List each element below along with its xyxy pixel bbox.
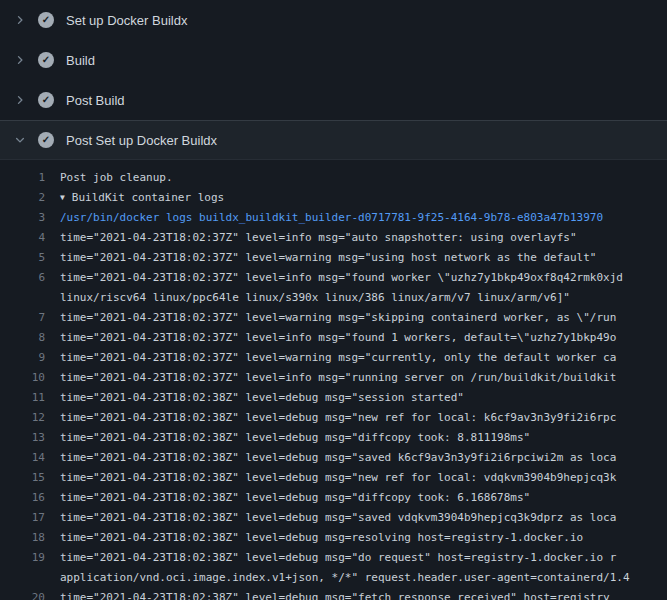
log-text: time="2021-04-23T18:02:37Z" level=warnin… xyxy=(45,308,667,328)
chevron-right-icon xyxy=(12,12,28,28)
line-number[interactable]: 13 xyxy=(0,428,45,448)
log-command-text: /usr/bin/docker logs buildx_buildkit_bui… xyxy=(45,208,667,228)
step-label: Post Build xyxy=(66,93,125,108)
step-header-build[interactable]: ✓Build xyxy=(0,40,667,80)
step-header-post-set-up-docker-buildx[interactable]: ✓Post Set up Docker Buildx xyxy=(0,120,667,160)
log-line-continuation: linux/riscv64 linux/ppc64le linux/s390x … xyxy=(0,288,667,308)
log-text: application/vnd.oci.image.index.v1+json,… xyxy=(45,568,667,588)
log-line: 13time="2021-04-23T18:02:38Z" level=debu… xyxy=(0,428,667,448)
chevron-right-icon xyxy=(12,92,28,108)
step-header-set-up-docker-buildx[interactable]: ✓Set up Docker Buildx xyxy=(0,0,667,40)
log-line: 11time="2021-04-23T18:02:38Z" level=debu… xyxy=(0,388,667,408)
check-circle-icon: ✓ xyxy=(38,12,54,28)
log-line: 4time="2021-04-23T18:02:37Z" level=info … xyxy=(0,228,667,248)
check-circle-icon: ✓ xyxy=(38,52,54,68)
log-text: time="2021-04-23T18:02:38Z" level=debug … xyxy=(45,488,667,508)
log-line-continuation: application/vnd.oci.image.index.v1+json,… xyxy=(0,568,667,588)
line-number[interactable]: 17 xyxy=(0,508,45,528)
log-line: 17time="2021-04-23T18:02:38Z" level=debu… xyxy=(0,508,667,528)
log-line: 7time="2021-04-23T18:02:37Z" level=warni… xyxy=(0,308,667,328)
log-line: 10time="2021-04-23T18:02:37Z" level=info… xyxy=(0,368,667,388)
log-text: time="2021-04-23T18:02:38Z" level=debug … xyxy=(45,408,667,428)
line-number[interactable]: 8 xyxy=(0,328,45,348)
step-label: Build xyxy=(66,53,95,68)
log-line[interactable]: 2▼BuildKit container logs xyxy=(0,188,667,208)
check-circle-icon: ✓ xyxy=(38,92,54,108)
log-text: time="2021-04-23T18:02:38Z" level=debug … xyxy=(45,428,667,448)
log-text: time="2021-04-23T18:02:37Z" level=info m… xyxy=(45,368,667,388)
log-line: 9time="2021-04-23T18:02:37Z" level=warni… xyxy=(0,348,667,368)
log-text: time="2021-04-23T18:02:38Z" level=debug … xyxy=(45,508,667,528)
log-text: time="2021-04-23T18:02:37Z" level=info m… xyxy=(45,328,667,348)
step-label: Post Set up Docker Buildx xyxy=(66,133,217,148)
step-list: ✓Set up Docker Buildx✓Build✓Post Build✓P… xyxy=(0,0,667,160)
log-group-label: BuildKit container logs xyxy=(72,191,224,204)
log-line: 12time="2021-04-23T18:02:38Z" level=debu… xyxy=(0,408,667,428)
log-text: time="2021-04-23T18:02:38Z" level=debug … xyxy=(45,448,667,468)
log-text: time="2021-04-23T18:02:38Z" level=debug … xyxy=(45,468,667,488)
line-number[interactable]: 11 xyxy=(0,388,45,408)
log-text: time="2021-04-23T18:02:38Z" level=debug … xyxy=(45,548,667,568)
line-number[interactable]: 12 xyxy=(0,408,45,428)
line-number[interactable]: 16 xyxy=(0,488,45,508)
line-number[interactable]: 15 xyxy=(0,468,45,488)
log-text: time="2021-04-23T18:02:37Z" level=info m… xyxy=(45,268,667,288)
line-number[interactable]: 4 xyxy=(0,228,45,248)
log-line: 8time="2021-04-23T18:02:37Z" level=info … xyxy=(0,328,667,348)
line-number[interactable]: 9 xyxy=(0,348,45,368)
line-number xyxy=(0,568,45,588)
check-circle-icon: ✓ xyxy=(38,132,54,148)
chevron-down-icon xyxy=(12,132,28,148)
log-line: 18time="2021-04-23T18:02:38Z" level=debu… xyxy=(0,528,667,548)
log-text: time="2021-04-23T18:02:37Z" level=info m… xyxy=(45,228,667,248)
log-group-title: ▼BuildKit container logs xyxy=(45,188,667,208)
log-text: linux/riscv64 linux/ppc64le linux/s390x … xyxy=(45,288,667,308)
line-number[interactable]: 14 xyxy=(0,448,45,468)
log-text: Post job cleanup. xyxy=(45,168,667,188)
chevron-right-icon xyxy=(12,52,28,68)
line-number[interactable]: 19 xyxy=(0,548,45,568)
log-line: 20time="2021-04-23T18:02:38Z" level=debu… xyxy=(0,588,667,600)
step-label: Set up Docker Buildx xyxy=(66,13,187,28)
log-text: time="2021-04-23T18:02:38Z" level=debug … xyxy=(45,588,667,600)
line-number[interactable]: 3 xyxy=(0,208,45,228)
log-line: 6time="2021-04-23T18:02:37Z" level=info … xyxy=(0,268,667,288)
line-number xyxy=(0,288,45,308)
line-number[interactable]: 20 xyxy=(0,588,45,600)
log-text: time="2021-04-23T18:02:37Z" level=warnin… xyxy=(45,348,667,368)
log-line: 16time="2021-04-23T18:02:38Z" level=debu… xyxy=(0,488,667,508)
log-line: 1Post job cleanup. xyxy=(0,168,667,188)
log-text: time="2021-04-23T18:02:37Z" level=warnin… xyxy=(45,248,667,268)
log-line: 15time="2021-04-23T18:02:38Z" level=debu… xyxy=(0,468,667,488)
step-header-post-build[interactable]: ✓Post Build xyxy=(0,80,667,120)
line-number[interactable]: 1 xyxy=(0,168,45,188)
log-line: 5time="2021-04-23T18:02:37Z" level=warni… xyxy=(0,248,667,268)
log-text: time="2021-04-23T18:02:38Z" level=debug … xyxy=(45,388,667,408)
log-line: 3/usr/bin/docker logs buildx_buildkit_bu… xyxy=(0,208,667,228)
log-text: time="2021-04-23T18:02:38Z" level=debug … xyxy=(45,528,667,548)
log-line: 14time="2021-04-23T18:02:38Z" level=debu… xyxy=(0,448,667,468)
line-number[interactable]: 18 xyxy=(0,528,45,548)
log-lines: 1Post job cleanup.2▼BuildKit container l… xyxy=(0,160,667,600)
line-number[interactable]: 7 xyxy=(0,308,45,328)
group-caret-icon: ▼ xyxy=(60,188,65,208)
line-number[interactable]: 6 xyxy=(0,268,45,288)
line-number[interactable]: 2 xyxy=(0,188,45,208)
line-number[interactable]: 5 xyxy=(0,248,45,268)
line-number[interactable]: 10 xyxy=(0,368,45,388)
log-line: 19time="2021-04-23T18:02:38Z" level=debu… xyxy=(0,548,667,568)
